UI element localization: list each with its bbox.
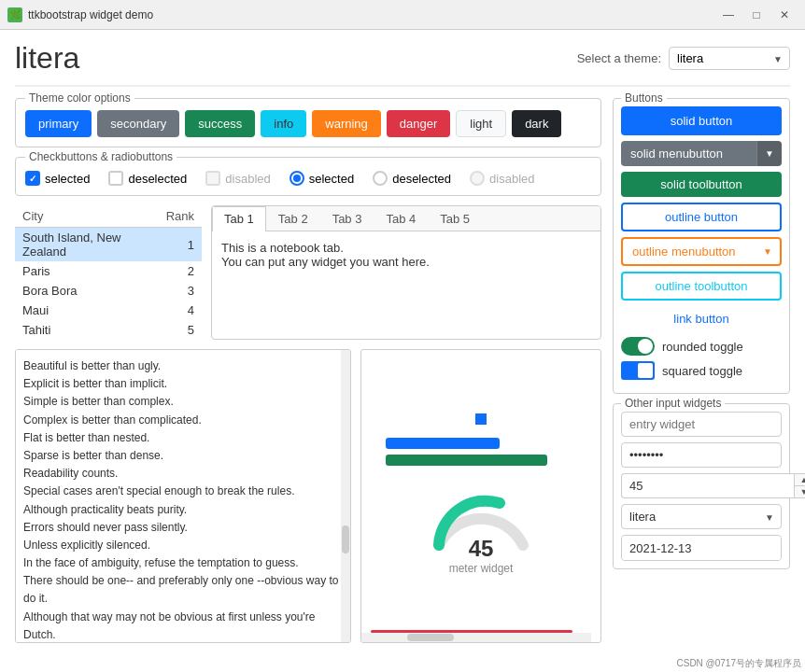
- table-row[interactable]: South Island, New Zealand 1: [15, 228, 202, 262]
- solid-menubutton[interactable]: solid menubutton: [621, 141, 756, 166]
- close-button[interactable]: ✕: [771, 4, 798, 26]
- combobox-select[interactable]: litera darkly: [621, 504, 782, 529]
- color-btn-warning[interactable]: warning: [312, 110, 381, 137]
- tab-content-line2: You can put any widget you want here.: [221, 255, 591, 269]
- table-row[interactable]: Paris 2: [15, 261, 202, 281]
- spinbox-down[interactable]: ▼: [795, 486, 805, 497]
- chart-hscrollbar-thumb: [407, 634, 454, 641]
- rounded-toggle[interactable]: [621, 337, 655, 356]
- middle-row: City Rank South Island, New Zealand 1 Pa…: [15, 205, 601, 340]
- city-name: South Island, New Zealand: [15, 228, 159, 262]
- meter-container: 45 meter widget: [420, 475, 542, 575]
- theme-selector: Select a theme: litera darkly flatly: [577, 47, 790, 70]
- solid-menubutton-arrow[interactable]: ▼: [756, 141, 782, 166]
- tab-3[interactable]: Tab 3: [320, 206, 374, 231]
- tab-1[interactable]: Tab 1: [212, 206, 266, 231]
- solid-button[interactable]: solid button: [621, 106, 782, 135]
- text-line: Special cases aren't special enough to b…: [23, 483, 343, 500]
- color-btn-success[interactable]: success: [185, 110, 255, 137]
- chart-dot: [475, 413, 487, 425]
- table-row[interactable]: Maui 4: [15, 301, 202, 320]
- bottom-row: Beautiful is better than ugly. Explicit …: [15, 349, 601, 643]
- header: litera Select a theme: litera darkly fla…: [15, 41, 790, 87]
- check-radio-row: selected deselected disabled: [25, 171, 591, 186]
- checkbox-selected-input[interactable]: [25, 171, 40, 186]
- chart-area: 45 meter widget: [360, 349, 601, 643]
- buttons-group: Buttons solid button solid menubutton ▼ …: [613, 98, 790, 394]
- color-btn-info[interactable]: info: [261, 110, 306, 137]
- color-btn-light[interactable]: light: [456, 110, 506, 137]
- text-line: Simple is better than complex.: [23, 393, 343, 411]
- table-row[interactable]: Tahiti 5: [15, 320, 202, 340]
- squared-toggle-label: squared toggle: [662, 364, 742, 378]
- checkbox-deselected[interactable]: deselected: [108, 171, 187, 186]
- bar-green: [386, 455, 547, 466]
- outline-toolbutton-row: outline toolbutton: [621, 272, 782, 301]
- link-button-row: link button: [621, 306, 782, 331]
- notebook: Tab 1 Tab 2 Tab 3 Tab 4 Tab 5 This is a …: [211, 205, 601, 340]
- left-panel: Theme color options primary secondary su…: [15, 98, 601, 643]
- checkbox-disabled-label: disabled: [225, 172, 270, 186]
- radio-disabled: disabled: [470, 171, 534, 186]
- input-widgets-group: Other input widgets ▲ ▼ litera: [613, 403, 790, 569]
- checkbox-deselected-input[interactable]: [108, 171, 123, 186]
- text-scrollbar-thumb: [342, 525, 349, 553]
- city-name: Maui: [15, 301, 159, 320]
- radio-deselected[interactable]: deselected: [373, 171, 451, 186]
- spinbox-input[interactable]: [621, 473, 794, 498]
- outline-toolbutton[interactable]: outline toolbutton: [621, 272, 782, 301]
- text-area[interactable]: Beautiful is better than ugly. Explicit …: [15, 349, 351, 643]
- theme-colors-group: Theme color options primary secondary su…: [15, 98, 601, 147]
- outline-button[interactable]: outline button: [621, 203, 782, 231]
- checkbox-selected[interactable]: selected: [25, 171, 90, 186]
- tab-2[interactable]: Tab 2: [266, 206, 320, 231]
- spinbox-row: ▲ ▼: [621, 473, 782, 498]
- outline-menubutton[interactable]: outline menubutton: [621, 237, 756, 266]
- text-line: Explicit is better than implicit.: [23, 375, 343, 393]
- text-line: In the face of ambiguity, refuse the tem…: [23, 554, 343, 572]
- solid-toolbutton[interactable]: solid toolbutton: [621, 172, 782, 197]
- radio-disabled-input: [470, 171, 485, 186]
- table-row[interactable]: Bora Bora 3: [15, 281, 202, 301]
- theme-select[interactable]: litera darkly flatly: [669, 47, 790, 70]
- link-button[interactable]: link button: [621, 306, 782, 331]
- col-rank: Rank: [159, 205, 202, 228]
- date-input[interactable]: [622, 537, 782, 560]
- maximize-button[interactable]: □: [743, 4, 770, 26]
- spinbox-up[interactable]: ▲: [795, 474, 805, 486]
- radio-selected[interactable]: selected: [290, 171, 354, 186]
- layout: Theme color options primary secondary su…: [15, 98, 790, 643]
- checkbox-deselected-label: deselected: [128, 172, 187, 186]
- color-btn-primary[interactable]: primary: [25, 110, 92, 137]
- squared-toggle[interactable]: [621, 361, 655, 380]
- titlebar-title: ttkbootstrap widget demo: [28, 8, 153, 21]
- radio-deselected-input[interactable]: [373, 171, 388, 186]
- bar-blue: [386, 438, 500, 449]
- buttons-group-title: Buttons: [621, 91, 667, 105]
- city-rank: 5: [159, 320, 202, 340]
- color-btn-dark[interactable]: dark: [512, 110, 561, 137]
- input-widgets-title: Other input widgets: [621, 397, 725, 410]
- radio-selected-input[interactable]: [290, 171, 304, 186]
- checkbuttons-title: Checkbuttons & radiobuttons: [25, 150, 177, 163]
- tab-content: This is a notebook tab. You can put any …: [212, 231, 600, 306]
- date-row: 📅: [621, 535, 782, 561]
- solid-button-row: solid button: [621, 106, 782, 135]
- tab-4[interactable]: Tab 4: [374, 206, 428, 231]
- combobox-row: litera darkly ▼: [621, 504, 782, 529]
- minimize-button[interactable]: —: [715, 4, 741, 26]
- spinbox-buttons: ▲ ▼: [794, 473, 805, 498]
- entry-widget[interactable]: [621, 412, 782, 437]
- squared-toggle-row: squared toggle: [621, 361, 782, 380]
- window-controls: — □ ✕: [715, 4, 798, 26]
- color-btn-secondary[interactable]: secondary: [97, 110, 179, 137]
- outline-menubutton-arrow[interactable]: ▼: [756, 237, 782, 266]
- text-scrollbar[interactable]: [341, 350, 350, 642]
- chart-hscrollbar[interactable]: [361, 633, 591, 642]
- titlebar-left: 🌿 ttkbootstrap widget demo: [7, 7, 153, 22]
- text-line: Beautiful is better than ugly.: [23, 357, 343, 375]
- city-table: City Rank South Island, New Zealand 1 Pa…: [15, 205, 202, 340]
- password-field[interactable]: [621, 442, 782, 468]
- color-btn-danger[interactable]: danger: [387, 110, 450, 137]
- tab-5[interactable]: Tab 5: [428, 206, 482, 231]
